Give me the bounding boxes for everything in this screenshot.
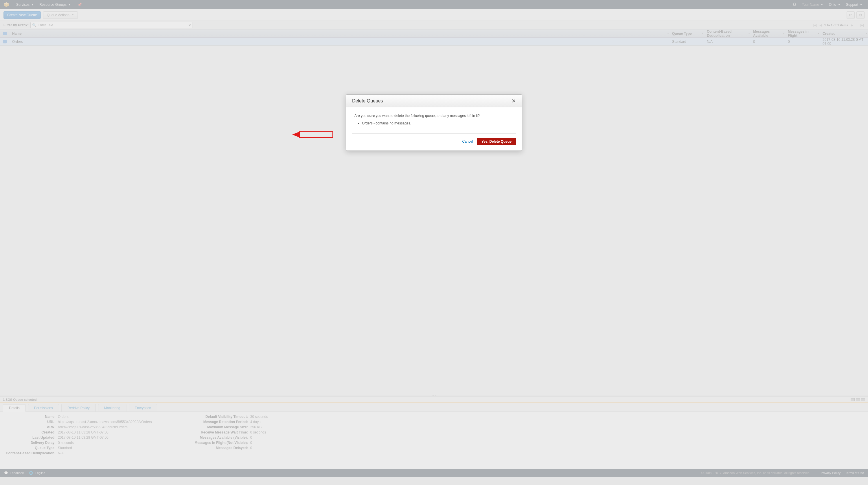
- dialog-body: Are you sure you want to delete the foll…: [346, 108, 522, 133]
- dialog-question: Are you sure you want to delete the foll…: [354, 114, 514, 118]
- dialog-footer: Cancel Yes, Delete Queue: [352, 133, 516, 150]
- dialog-confirm-label: Yes, Delete Queue: [482, 140, 512, 144]
- dialog-q-post: you want to delete the following queue, …: [375, 114, 480, 118]
- dialog-header: Delete Queues ✕: [346, 95, 522, 108]
- delete-queues-dialog: Delete Queues ✕ Are you sure you want to…: [346, 94, 522, 151]
- dialog-cancel-button[interactable]: Cancel: [462, 140, 473, 144]
- dialog-q-pre: Are you: [354, 114, 368, 118]
- dialog-confirm-button[interactable]: Yes, Delete Queue: [477, 138, 516, 145]
- dialog-title: Delete Queues: [352, 98, 383, 103]
- dialog-q-sure: sure: [368, 114, 375, 118]
- modal-overlay: Delete Queues ✕ Are you sure you want to…: [0, 0, 868, 485]
- dialog-close-icon[interactable]: ✕: [512, 98, 516, 104]
- dialog-queue-item: Orders - contains no messages.: [362, 121, 514, 125]
- dialog-cancel-label: Cancel: [462, 140, 473, 144]
